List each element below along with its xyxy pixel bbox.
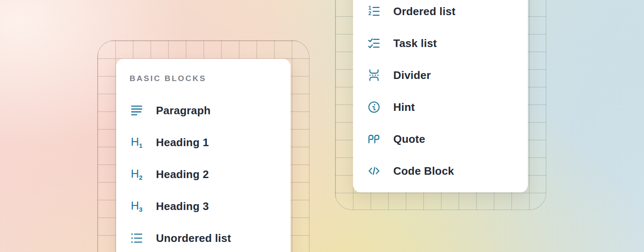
menu-item-code-block[interactable]: Code Block bbox=[367, 155, 528, 187]
menu-item-label: Hint bbox=[393, 101, 415, 114]
menu-item-ordered-list[interactable]: 12 Ordered list bbox=[367, 0, 528, 27]
basic-blocks-items: Paragraph H1 Heading 1 H2 Heading 2 H3 H… bbox=[130, 94, 291, 252]
menu-item-heading-2[interactable]: H2 Heading 2 bbox=[130, 158, 291, 190]
basic-blocks-menu-card: BASIC BLOCKS Paragraph H1 Heading 1 H2 H… bbox=[116, 59, 291, 252]
menu-item-paragraph[interactable]: Paragraph bbox=[130, 94, 291, 126]
menu-item-heading-1[interactable]: H1 Heading 1 bbox=[130, 126, 291, 158]
menu-item-quote[interactable]: Quote bbox=[367, 123, 528, 155]
canvas: BASIC BLOCKS Paragraph H1 Heading 1 H2 H… bbox=[0, 0, 644, 252]
unordered-list-icon bbox=[130, 231, 144, 245]
menu-item-label: Unordered list bbox=[156, 232, 231, 245]
heading-1-icon: H1 bbox=[130, 135, 144, 150]
hint-icon bbox=[367, 100, 381, 114]
menu-item-label: Divider bbox=[393, 69, 431, 82]
menu-item-label: Heading 3 bbox=[156, 200, 209, 213]
svg-text:2: 2 bbox=[369, 10, 371, 16]
paragraph-icon bbox=[130, 103, 144, 118]
section-label-basic-blocks: BASIC BLOCKS bbox=[130, 74, 291, 83]
menu-item-label: Code Block bbox=[393, 165, 454, 178]
menu-item-label: Heading 2 bbox=[156, 168, 209, 181]
menu-item-label: Task list bbox=[393, 37, 437, 50]
ordered-list-icon: 12 bbox=[367, 4, 381, 18]
menu-item-task-list[interactable]: Task list bbox=[367, 27, 528, 59]
menu-item-heading-3[interactable]: H3 Heading 3 bbox=[130, 190, 291, 222]
menu-item-divider[interactable]: Divider bbox=[367, 59, 528, 91]
menu-item-label: Paragraph bbox=[156, 104, 210, 117]
blocks-menu-card-continued: 12 Ordered list Task list Divider Hint Q… bbox=[353, 0, 528, 192]
divider-icon bbox=[367, 68, 381, 82]
more-blocks-items: 12 Ordered list Task list Divider Hint Q… bbox=[367, 0, 528, 187]
menu-item-label: Ordered list bbox=[393, 5, 455, 18]
task-list-icon bbox=[367, 36, 381, 50]
menu-item-hint[interactable]: Hint bbox=[367, 91, 528, 123]
heading-3-icon: H3 bbox=[130, 199, 144, 213]
code-block-icon bbox=[367, 164, 381, 178]
heading-2-icon: H2 bbox=[130, 167, 144, 181]
quote-icon bbox=[367, 132, 381, 146]
menu-item-label: Quote bbox=[393, 133, 425, 146]
menu-item-label: Heading 1 bbox=[156, 136, 209, 149]
menu-item-unordered-list[interactable]: Unordered list bbox=[130, 222, 291, 252]
